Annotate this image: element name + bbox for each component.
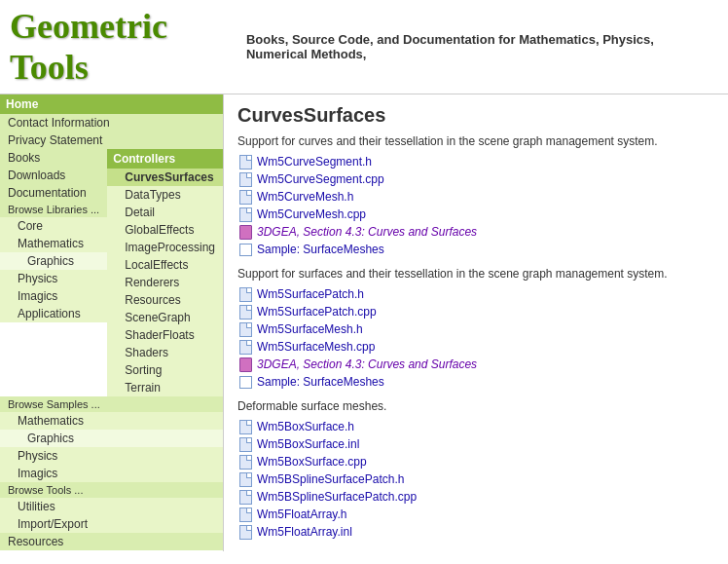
sample-icon [237, 242, 253, 257]
doc-icon [237, 189, 253, 205]
file-entry: Wm5SurfacePatch.h [237, 286, 714, 302]
sidebar-item-imagics[interactable]: Imagics [0, 287, 107, 305]
doc-icon [237, 524, 253, 540]
sidebar-item-localeffects[interactable]: LocalEffects [107, 256, 223, 274]
site-tagline: Books, Source Code, and Documentation fo… [246, 32, 718, 61]
file-entry: Wm5CurveMesh.cpp [237, 207, 714, 222]
sidebar-left-col: Books Downloads Documentation Browse Lib… [0, 149, 107, 396]
file-entry: Wm5BSplineSurfacePatch.cpp [237, 489, 714, 505]
sidebar-section-controllers: Controllers [107, 149, 223, 169]
doc-icon [237, 419, 253, 434]
doc-icon [237, 507, 253, 522]
sidebar-item-renderers[interactable]: Renderers [107, 274, 223, 291]
doc-icon [237, 471, 253, 487]
book-icon [237, 357, 253, 372]
doc-icon [237, 436, 253, 452]
page-title: CurvesSurfaces [237, 104, 714, 127]
doc-icon [237, 304, 253, 320]
doc-icon [237, 489, 253, 505]
file-link[interactable]: Wm5BoxSurface.inl [257, 437, 359, 451]
sidebar-item-samples-mathematics[interactable]: Mathematics [0, 412, 223, 430]
file-link-book[interactable]: 3DGEA, Section 4.3: Curves and Surfaces [257, 225, 477, 239]
sidebar-item-browse-samples[interactable]: Browse Samples ... [0, 396, 223, 412]
file-entry: Wm5SurfacePatch.cpp [237, 304, 714, 320]
sidebar-item-imageprocessing[interactable]: ImageProcessing [107, 239, 223, 256]
file-link[interactable]: Wm5SurfaceMesh.cpp [257, 340, 375, 354]
sidebar-item-browse-libraries[interactable]: Browse Libraries ... [0, 202, 107, 217]
file-entry: Wm5CurveSegment.cpp [237, 171, 714, 187]
section2-desc: Support for surfaces and their tessellat… [237, 267, 714, 281]
doc-icon [237, 171, 253, 187]
page-header: Geometric Tools Books, Source Code, and … [0, 0, 728, 94]
sidebar-item-core[interactable]: Core [0, 217, 107, 235]
file-link[interactable]: Wm5CurveSegment.cpp [257, 172, 384, 186]
sidebar-item-samples-physics[interactable]: Physics [0, 447, 223, 465]
doc-icon [237, 154, 253, 169]
file-entry: Wm5BoxSurface.cpp [237, 454, 714, 470]
doc-icon [237, 207, 253, 222]
doc-icon [237, 286, 253, 302]
file-entry: Wm5FloatArray.inl [237, 524, 714, 540]
sidebar-item-detail[interactable]: Detail [107, 204, 223, 221]
sidebar-item-utilities[interactable]: Utilities [0, 498, 223, 515]
file-entry: Sample: SurfaceMeshes [237, 374, 714, 390]
file-entry: 3DGEA, Section 4.3: Curves and Surfaces [237, 224, 714, 240]
sidebar-item-downloads[interactable]: Downloads [0, 167, 107, 184]
file-entry: Wm5BoxSurface.h [237, 419, 714, 434]
file-entry: 3DGEA, Section 4.3: Curves and Surfaces [237, 357, 714, 372]
sidebar-item-datatypes[interactable]: DataTypes [107, 186, 223, 204]
sidebar-item-documentation[interactable]: Documentation [0, 184, 107, 202]
sidebar-item-terrain[interactable]: Terrain [107, 379, 223, 396]
file-entry: Wm5FloatArray.h [237, 507, 714, 522]
file-entry: Wm5CurveMesh.h [237, 189, 714, 205]
sidebar-two-col-block: Books Downloads Documentation Browse Lib… [0, 149, 223, 396]
sidebar-item-applications[interactable]: Applications [0, 305, 107, 322]
section3-desc: Deformable surface meshes. [237, 399, 714, 413]
file-entry: Wm5BSplineSurfacePatch.h [237, 471, 714, 487]
main-content: CurvesSurfaces Support for curves and th… [224, 94, 728, 551]
file-link[interactable]: Wm5CurveMesh.h [257, 190, 353, 204]
book-icon [237, 224, 253, 240]
sidebar-item-samples-graphics[interactable]: Graphics [0, 430, 223, 447]
sidebar-item-samples-imagics[interactable]: Imagics [0, 465, 223, 482]
sidebar-item-graphics[interactable]: Graphics [0, 252, 107, 270]
sidebar-item-privacy[interactable]: Privacy Statement [0, 132, 223, 149]
sidebar-right-col: Controllers CurvesSurfaces DataTypes Det… [107, 149, 223, 396]
doc-icon [237, 454, 253, 470]
sidebar-item-resources[interactable]: Resources [107, 291, 223, 309]
file-link[interactable]: Wm5FloatArray.h [257, 508, 346, 521]
sidebar-item-curvessurfaces[interactable]: CurvesSurfaces [107, 169, 223, 186]
sidebar-item-importexport[interactable]: Import/Export [0, 515, 223, 533]
sidebar-item-globaleffects[interactable]: GlobalEffects [107, 221, 223, 239]
doc-icon [237, 339, 253, 355]
sidebar-section-home: Home [0, 94, 223, 114]
sidebar-item-books[interactable]: Books [0, 149, 107, 167]
file-link[interactable]: Sample: SurfaceMeshes [257, 243, 384, 256]
file-entry: Wm5SurfaceMesh.h [237, 321, 714, 337]
file-link[interactable]: Wm5FloatArray.inl [257, 525, 352, 539]
doc-icon [237, 321, 253, 337]
file-link[interactable]: Wm5BSplineSurfacePatch.h [257, 472, 404, 486]
file-link[interactable]: Wm5SurfacePatch.cpp [257, 305, 377, 319]
file-entry: Sample: SurfaceMeshes [237, 242, 714, 257]
file-link[interactable]: Wm5SurfacePatch.h [257, 287, 364, 301]
file-entry: Wm5BoxSurface.inl [237, 436, 714, 452]
sidebar-item-resources[interactable]: Resources [0, 533, 223, 550]
sidebar-item-scenegraph[interactable]: SceneGraph [107, 309, 223, 326]
file-link[interactable]: Wm5CurveMesh.cpp [257, 207, 366, 221]
sidebar-item-shaders[interactable]: Shaders [107, 344, 223, 361]
file-link[interactable]: Wm5SurfaceMesh.h [257, 322, 363, 336]
sample-icon [237, 374, 253, 390]
file-link[interactable]: Wm5BoxSurface.cpp [257, 455, 367, 469]
sidebar-item-browse-tools[interactable]: Browse Tools ... [0, 482, 223, 498]
file-link[interactable]: Wm5BoxSurface.h [257, 420, 354, 433]
file-link[interactable]: Wm5BSplineSurfacePatch.cpp [257, 490, 417, 504]
sidebar-item-sorting[interactable]: Sorting [107, 361, 223, 379]
sidebar-item-contact[interactable]: Contact Information [0, 114, 223, 132]
file-link[interactable]: Wm5CurveSegment.h [257, 155, 372, 169]
sidebar-item-physics[interactable]: Physics [0, 270, 107, 287]
file-link-book[interactable]: 3DGEA, Section 4.3: Curves and Surfaces [257, 357, 477, 371]
sidebar-item-mathematics[interactable]: Mathematics [0, 235, 107, 252]
file-link[interactable]: Sample: SurfaceMeshes [257, 375, 384, 389]
sidebar-item-shaderfloats[interactable]: ShaderFloats [107, 326, 223, 344]
